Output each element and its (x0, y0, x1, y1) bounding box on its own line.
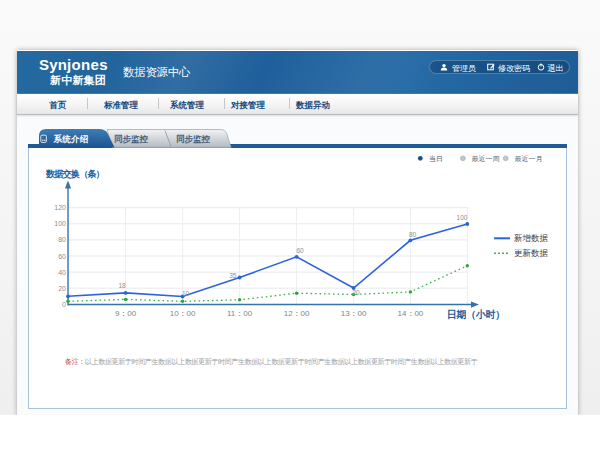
svg-text:系统介绍: 系统介绍 (52, 134, 88, 144)
svg-text:同步监控: 同步监控 (114, 134, 149, 144)
svg-text:同步监控: 同步监控 (176, 134, 211, 144)
